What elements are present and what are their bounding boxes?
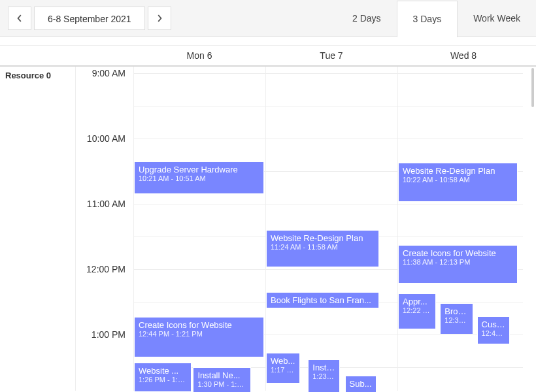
calendar-event[interactable]: Install Ne...1:30 PM - 1:57 PM bbox=[193, 367, 250, 392]
event-time: 12:44 PM - 1:21 PM bbox=[139, 330, 260, 338]
event-time: 1:30 PM - 1:57 PM bbox=[197, 380, 246, 388]
day-col-mon[interactable]: Upgrade Server Hardware10:21 AM - 10:51 … bbox=[133, 67, 265, 391]
event-time: 12:22 PM - bbox=[403, 306, 431, 314]
event-time: 10:22 AM - 10:58 AM bbox=[403, 176, 513, 184]
event-title: Broc... bbox=[444, 306, 468, 316]
time-label: 9:00 AM bbox=[92, 68, 126, 78]
time-label: 11:00 AM bbox=[87, 199, 126, 209]
event-title: Book Flights to San Fran... bbox=[271, 295, 375, 305]
day-col-wed[interactable]: Website Re-Design Plan10:22 AM - 10:58 A… bbox=[397, 67, 529, 391]
prev-button[interactable] bbox=[8, 7, 31, 30]
event-title: Website Re-Design Plan bbox=[271, 233, 375, 243]
time-ruler: 9:00 AM10:00 AM11:00 AM12:00 PM1:00 PM bbox=[76, 67, 133, 391]
calendar-event[interactable]: Web...1:17 PM - 1:45 ... bbox=[266, 353, 300, 384]
event-title: Create Icons for Website bbox=[139, 320, 260, 330]
day-col-tue[interactable]: Website Re-Design Plan11:24 AM - 11:58 A… bbox=[265, 67, 397, 391]
event-title: Cust... bbox=[482, 319, 505, 329]
calendar-event[interactable]: Create Icons for Website11:38 AM - 12:13… bbox=[398, 245, 518, 284]
event-title: Insta... bbox=[312, 363, 335, 372]
event-time: 12:31 PM bbox=[444, 316, 468, 324]
scrollbar-handle[interactable] bbox=[531, 68, 534, 107]
event-title: Website ... bbox=[139, 366, 187, 376]
event-time: 12:43 PM bbox=[482, 329, 505, 337]
day-header[interactable]: Mon 6 bbox=[133, 46, 265, 65]
calendar-event[interactable]: Broc...12:31 PM bbox=[440, 303, 473, 335]
vertical-scrollbar[interactable] bbox=[529, 67, 536, 391]
scheduler-body: Resource 0 9:00 AM10:00 AM11:00 AM12:00 … bbox=[0, 67, 536, 391]
sub-toolbar bbox=[0, 37, 536, 46]
chevron-left-icon bbox=[16, 14, 24, 22]
event-time: 1:23 PM - 1:57 ... bbox=[312, 372, 335, 380]
calendar-event[interactable]: Cust...12:43 PM bbox=[477, 316, 510, 344]
day-header[interactable]: Tue 7 bbox=[265, 46, 397, 65]
event-title: Website Re-Design Plan bbox=[403, 166, 513, 176]
event-title: Appr... bbox=[403, 297, 431, 306]
calendar-event[interactable]: Create Icons for Website12:44 PM - 1:21 … bbox=[134, 317, 264, 357]
event-time: 1:17 PM - 1:45 ... bbox=[271, 366, 295, 374]
time-label: 12:00 PM bbox=[86, 264, 126, 274]
date-range-display[interactable]: 6-8 September 2021 bbox=[34, 7, 145, 30]
event-time: 10:21 AM - 10:51 AM bbox=[139, 174, 260, 182]
event-time: 11:38 AM - 12:13 PM bbox=[403, 258, 513, 266]
calendar-event[interactable]: Insta...1:23 PM - 1:57 ... bbox=[308, 359, 339, 392]
event-title: Upgrade Server Hardware bbox=[139, 165, 260, 174]
time-label: 10:00 AM bbox=[87, 133, 126, 144]
day-header-row: Mon 6 Tue 7 Wed 8 bbox=[0, 46, 536, 67]
date-nav-group: 6-8 September 2021 bbox=[7, 7, 173, 30]
day-columns: Upgrade Server Hardware10:21 AM - 10:51 … bbox=[133, 67, 529, 391]
calendar-event[interactable]: Book Flights to San Fran... bbox=[266, 292, 379, 308]
calendar-event[interactable]: Website Re-Design Plan11:24 AM - 11:58 A… bbox=[266, 230, 379, 267]
chevron-right-icon bbox=[156, 14, 163, 22]
event-time: 1:26 PM - 1:53 PM bbox=[139, 376, 187, 384]
event-title: Create Icons for Website bbox=[403, 248, 513, 258]
event-title: Install Ne... bbox=[197, 370, 246, 380]
day-header[interactable]: Wed 8 bbox=[397, 46, 529, 65]
view-tab-3-days[interactable]: 3 Days bbox=[397, 1, 458, 37]
event-title: Web... bbox=[271, 356, 295, 366]
view-tab-2-days[interactable]: 2 Days bbox=[337, 0, 397, 37]
view-tabs: 2 Days3 DaysWork Week bbox=[337, 0, 536, 37]
event-title: Sub... bbox=[350, 379, 372, 389]
calendar-event[interactable]: Upgrade Server Hardware10:21 AM - 10:51 … bbox=[134, 161, 264, 194]
event-time: 11:24 AM - 11:58 AM bbox=[271, 243, 375, 251]
calendar-event[interactable]: Sub... bbox=[345, 376, 377, 392]
toolbar: 6-8 September 2021 2 Days3 DaysWork Week bbox=[0, 0, 536, 37]
next-button[interactable] bbox=[148, 7, 171, 30]
calendar-event[interactable]: Appr...12:22 PM - bbox=[398, 293, 436, 329]
view-tab-work-week[interactable]: Work Week bbox=[458, 0, 536, 37]
resource-cell: Resource 0 bbox=[0, 67, 76, 391]
calendar-event[interactable]: Website ...1:26 PM - 1:53 PM bbox=[134, 363, 192, 392]
calendar-event[interactable]: Website Re-Design Plan10:22 AM - 10:58 A… bbox=[398, 163, 518, 202]
time-label: 1:00 PM bbox=[92, 329, 126, 340]
